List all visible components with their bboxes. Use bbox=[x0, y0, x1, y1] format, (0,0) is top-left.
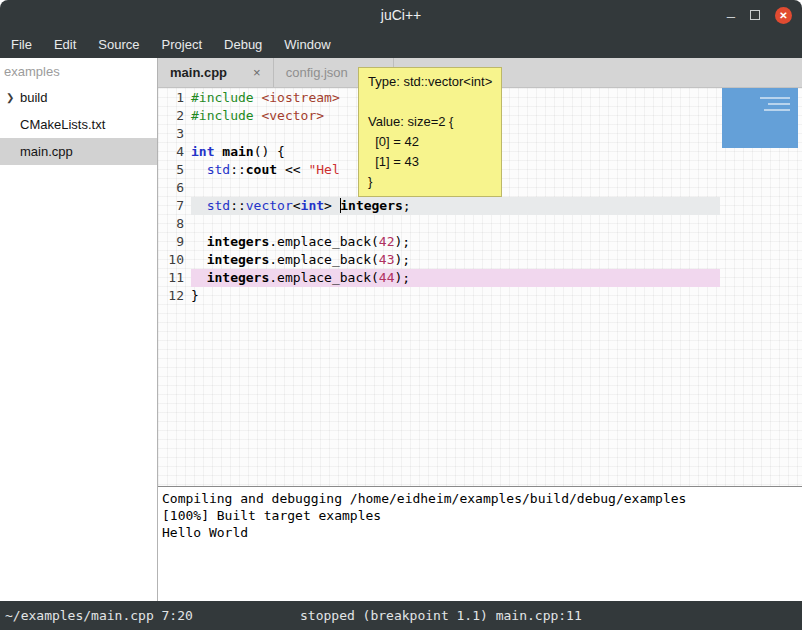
minimap-slider[interactable] bbox=[722, 88, 798, 148]
code-token: cout bbox=[246, 162, 277, 177]
code-token: ; bbox=[403, 198, 411, 213]
tooltip-line bbox=[368, 92, 492, 112]
window-title: juCi++ bbox=[381, 7, 421, 23]
line-number[interactable]: 5 bbox=[158, 161, 191, 179]
line-number[interactable]: 9 bbox=[158, 233, 191, 251]
menu-item-edit[interactable]: Edit bbox=[43, 30, 87, 58]
code-line[interactable]: integers.emplace_back(42); bbox=[191, 233, 720, 251]
tooltip-line: Value: size=2 { bbox=[368, 112, 492, 132]
project-folder-label: examples bbox=[0, 58, 157, 84]
code-token: . bbox=[269, 252, 277, 267]
line-number[interactable]: 7 bbox=[158, 197, 191, 215]
code-token: int bbox=[301, 198, 324, 213]
code-token bbox=[191, 198, 207, 213]
code-token: integers bbox=[207, 252, 270, 267]
debug-value-tooltip: Type: std::vector<int> Value: size=2 { [… bbox=[358, 67, 502, 197]
line-number[interactable]: 11 bbox=[158, 269, 191, 287]
code-token bbox=[191, 252, 207, 267]
tooltip-line: [1] = 43 bbox=[368, 152, 492, 172]
terminal-output[interactable]: Compiling and debugging /home/eidheim/ex… bbox=[158, 486, 802, 601]
code-line[interactable]: } bbox=[191, 287, 720, 305]
tree-item-label: CMakeLists.txt bbox=[20, 117, 105, 132]
code-token: << bbox=[277, 162, 308, 177]
minimize-button[interactable]: – bbox=[727, 8, 735, 23]
line-number[interactable]: 8 bbox=[158, 215, 191, 233]
line-number[interactable]: 4 bbox=[158, 143, 191, 161]
line-number[interactable]: 6 bbox=[158, 179, 191, 197]
tab-main-cpp[interactable]: main.cpp× bbox=[158, 58, 274, 87]
file-tree: ❯buildCMakeLists.txtmain.cpp bbox=[0, 84, 157, 165]
code-line[interactable]: integers.emplace_back(44); bbox=[191, 269, 720, 287]
code-token: #include bbox=[191, 90, 254, 105]
tooltip-line: [0] = 42 bbox=[368, 132, 492, 152]
code-line[interactable]: integers.emplace_back(43); bbox=[191, 251, 720, 269]
code-token: } bbox=[191, 288, 199, 303]
tree-item-build[interactable]: ❯build bbox=[0, 84, 157, 111]
line-number[interactable]: 1 bbox=[158, 89, 191, 107]
code-token: () { bbox=[254, 144, 285, 159]
code-token: 44 bbox=[379, 270, 395, 285]
code-token: 43 bbox=[379, 252, 395, 267]
chevron-right-icon[interactable]: ❯ bbox=[6, 92, 14, 103]
status-bar: ~/examples/main.cpp 7:20 stopped (breakp… bbox=[0, 601, 802, 630]
minimap-code-preview bbox=[764, 109, 790, 111]
minimap-code-preview bbox=[760, 97, 790, 99]
menu-item-window[interactable]: Window bbox=[273, 30, 341, 58]
code-token: emplace_back bbox=[277, 234, 371, 249]
code-token: ( bbox=[371, 252, 379, 267]
tree-item-label: main.cpp bbox=[20, 144, 73, 159]
tree-item-main-cpp[interactable]: main.cpp bbox=[0, 138, 157, 165]
tooltip-line: } bbox=[368, 172, 492, 192]
tab-label: main.cpp bbox=[170, 65, 227, 80]
maximize-button[interactable] bbox=[750, 10, 760, 20]
menu-item-source[interactable]: Source bbox=[87, 30, 150, 58]
code-token: <vector> bbox=[261, 108, 324, 123]
code-token: integers bbox=[207, 270, 270, 285]
code-token: > bbox=[324, 198, 340, 213]
code-token: ); bbox=[395, 234, 411, 249]
minimap[interactable] bbox=[720, 88, 802, 486]
menu-item-debug[interactable]: Debug bbox=[213, 30, 273, 58]
code-token: ( bbox=[371, 270, 379, 285]
tree-item-cmakelists-txt[interactable]: CMakeLists.txt bbox=[0, 111, 157, 138]
terminal-line: [100%] Built target examples bbox=[162, 507, 798, 524]
code-token: <iostream> bbox=[261, 90, 339, 105]
line-number[interactable]: 2 bbox=[158, 107, 191, 125]
tree-item-label: build bbox=[20, 90, 47, 105]
close-tab-icon[interactable]: × bbox=[253, 65, 261, 80]
line-number[interactable]: 10 bbox=[158, 251, 191, 269]
status-debug-state: stopped (breakpoint 1.1) main.cpp:11 bbox=[300, 601, 582, 630]
code-token bbox=[191, 270, 207, 285]
code-token: emplace_back bbox=[277, 270, 371, 285]
terminal-line: Compiling and debugging /home/eidheim/ex… bbox=[162, 490, 798, 507]
code-token: < bbox=[293, 198, 301, 213]
title-bar[interactable]: juCi++ – ✕ bbox=[0, 0, 802, 30]
code-token: :: bbox=[230, 162, 246, 177]
minimap-code-preview bbox=[768, 103, 790, 105]
tooltip-line: Type: std::vector<int> bbox=[368, 72, 492, 92]
gutter: 123456789101112 bbox=[158, 88, 191, 486]
code-token: . bbox=[269, 270, 277, 285]
window-controls: – ✕ bbox=[727, 0, 792, 30]
code-line[interactable] bbox=[191, 215, 720, 233]
code-token bbox=[191, 162, 207, 177]
close-button[interactable]: ✕ bbox=[775, 7, 792, 24]
code-token: std bbox=[207, 198, 230, 213]
code-token: "Hel bbox=[308, 162, 339, 177]
line-number[interactable]: 12 bbox=[158, 287, 191, 305]
code-token: vector bbox=[246, 198, 293, 213]
code-token: ( bbox=[371, 234, 379, 249]
code-token bbox=[191, 234, 207, 249]
line-number[interactable]: 3 bbox=[158, 125, 191, 143]
code-token: ); bbox=[395, 252, 411, 267]
window: juCi++ – ✕ FileEditSourceProjectDebugWin… bbox=[0, 0, 802, 630]
code-token: main bbox=[222, 144, 253, 159]
code-line[interactable]: std::vector<int> integers; bbox=[191, 197, 720, 215]
code-token: . bbox=[269, 234, 277, 249]
sidebar: examples ❯buildCMakeLists.txtmain.cpp bbox=[0, 58, 158, 601]
terminal-line: Hello World bbox=[162, 524, 798, 541]
status-file-position: ~/examples/main.cpp 7:20 bbox=[5, 601, 193, 630]
menu-item-project[interactable]: Project bbox=[151, 30, 213, 58]
menu-item-file[interactable]: File bbox=[0, 30, 43, 58]
tab-label: config.json bbox=[286, 65, 348, 80]
